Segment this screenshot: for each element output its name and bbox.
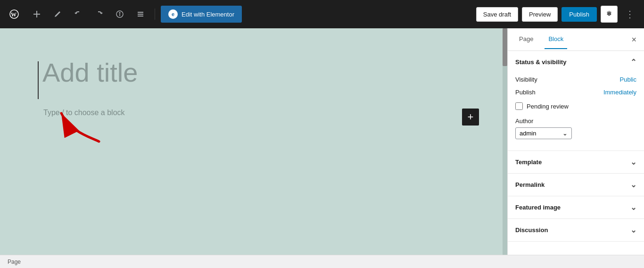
publish-field-label: Publish xyxy=(515,89,536,96)
publish-button[interactable]: Publish xyxy=(561,7,597,22)
featured-image-title: Featured image xyxy=(515,204,561,211)
editor-area[interactable]: Add title Type / to choose a block + xyxy=(0,28,507,268)
toolbar-right-actions: Save draft Preview Publish ⋮ xyxy=(476,6,638,23)
discussion-section: Discussion ⌄ xyxy=(508,219,644,242)
settings-button[interactable] xyxy=(601,6,618,23)
more-options-button[interactable]: ⋮ xyxy=(621,6,638,23)
list-view-button[interactable] xyxy=(132,6,149,23)
status-bar: Page xyxy=(0,255,644,268)
status-bar-page-label: Page xyxy=(8,259,21,265)
featured-image-section: Featured image ⌄ xyxy=(508,196,644,219)
svg-point-6 xyxy=(119,12,120,13)
elementor-icon: e xyxy=(168,9,178,19)
edit-elementor-label: Edit with Elementor xyxy=(182,11,234,18)
edit-elementor-button[interactable]: e Edit with Elementor xyxy=(161,6,242,23)
status-visibility-title: Status & visibility xyxy=(515,59,566,66)
permalink-title: Permalink xyxy=(515,181,545,188)
author-label: Author xyxy=(515,117,636,125)
pending-review-label: Pending review xyxy=(527,103,569,110)
template-section: Template ⌄ xyxy=(508,151,644,174)
svg-text:W: W xyxy=(11,11,17,18)
author-value: admin xyxy=(520,130,536,137)
template-header[interactable]: Template ⌄ xyxy=(508,151,644,173)
status-visibility-header[interactable]: Status & visibility ⌃ xyxy=(508,51,644,73)
title-input-area[interactable]: Add title xyxy=(38,57,470,99)
tab-block[interactable]: Block xyxy=(545,30,567,49)
edit-pen-button[interactable] xyxy=(49,6,66,23)
text-cursor xyxy=(38,61,39,99)
template-chevron-icon: ⌄ xyxy=(630,158,636,167)
svg-rect-7 xyxy=(138,12,143,13)
arrow-indicator xyxy=(47,104,104,148)
svg-rect-3 xyxy=(33,14,40,15)
permalink-chevron-icon: ⌄ xyxy=(630,180,636,189)
save-draft-button[interactable]: Save draft xyxy=(476,7,518,22)
new-post-button[interactable] xyxy=(28,6,45,23)
permalink-section: Permalink ⌄ xyxy=(508,174,644,196)
wp-logo-icon[interactable]: W xyxy=(6,6,23,23)
svg-rect-9 xyxy=(138,16,143,17)
discussion-title: Discussion xyxy=(515,226,548,234)
editor-scrollbar-thumb xyxy=(503,28,507,66)
visibility-row: Visibility Public xyxy=(515,73,636,86)
discussion-header[interactable]: Discussion ⌄ xyxy=(508,219,644,241)
pending-review-row: Pending review xyxy=(515,99,636,114)
permalink-header[interactable]: Permalink ⌄ xyxy=(508,174,644,196)
visibility-label: Visibility xyxy=(515,76,537,83)
template-title: Template xyxy=(515,159,542,166)
pending-review-checkbox[interactable] xyxy=(515,102,523,110)
undo-button[interactable] xyxy=(70,6,87,23)
editor-canvas: Add title Type / to choose a block + xyxy=(0,28,507,268)
toolbar-divider xyxy=(155,8,155,20)
publish-value[interactable]: Immediately xyxy=(603,89,636,96)
status-visibility-content: Visibility Public Publish Immediately Pe… xyxy=(508,73,644,151)
status-visibility-section: Status & visibility ⌃ Visibility Public … xyxy=(508,51,644,151)
main-layout: Add title Type / to choose a block + xyxy=(0,28,644,268)
info-button[interactable] xyxy=(111,6,128,23)
block-prompt-text: Type / to choose a block xyxy=(43,109,470,117)
add-block-icon: + xyxy=(468,111,474,123)
sidebar-tabs: Page Block × xyxy=(508,28,644,51)
sidebar-close-button[interactable]: × xyxy=(631,35,636,44)
add-block-button[interactable]: + xyxy=(462,109,479,126)
discussion-chevron-icon: ⌄ xyxy=(630,226,636,234)
featured-image-header[interactable]: Featured image ⌄ xyxy=(508,196,644,218)
visibility-value[interactable]: Public xyxy=(620,76,636,83)
preview-button[interactable]: Preview xyxy=(522,7,558,22)
svg-rect-8 xyxy=(138,14,143,15)
author-select[interactable]: admin ⌄ xyxy=(515,127,572,139)
author-select-chevron-icon: ⌄ xyxy=(562,130,568,137)
tab-page[interactable]: Page xyxy=(515,30,537,49)
status-visibility-chevron-icon: ⌃ xyxy=(630,58,636,67)
featured-image-chevron-icon: ⌄ xyxy=(630,203,636,212)
editor-scrollbar[interactable] xyxy=(503,28,507,268)
toolbar: W e Edit with Elementor xyxy=(0,0,644,28)
author-section: Author admin ⌄ xyxy=(515,114,636,143)
publish-row: Publish Immediately xyxy=(515,86,636,99)
redo-button[interactable] xyxy=(91,6,107,23)
add-title-placeholder: Add title xyxy=(42,57,138,88)
right-sidebar: Page Block × Status & visibility ⌃ Visib… xyxy=(507,28,644,268)
